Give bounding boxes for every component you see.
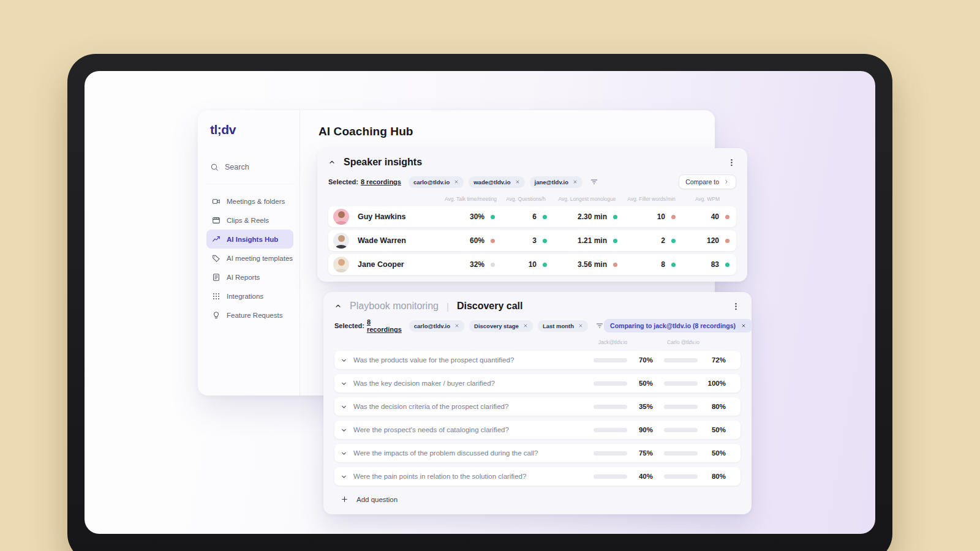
collapse-chevron-up-icon[interactable] (334, 302, 342, 310)
close-icon[interactable] (523, 323, 528, 328)
avatar (333, 233, 349, 249)
compare-to-button[interactable]: Compare to (679, 174, 736, 189)
close-icon[interactable] (573, 179, 578, 184)
sidebar-item-clips-reels[interactable]: Clips & Reels (206, 211, 293, 230)
close-icon[interactable] (741, 323, 746, 328)
filter-icon[interactable] (590, 178, 598, 186)
expand-chevron-down-icon[interactable] (341, 380, 347, 387)
selected-recordings-link[interactable]: 8 recordings (367, 318, 402, 333)
sidebar-item-ai-insights-hub[interactable]: AI Insights Hub (206, 230, 293, 249)
question-row[interactable]: Was the decision criteria of the prospec… (334, 397, 741, 416)
add-question-button[interactable]: Add question (334, 492, 741, 507)
score-percent: 50% (703, 449, 726, 457)
column-header-carlo-tldv-io: Carlo @tldv.io (666, 339, 700, 345)
score-percent: 80% (703, 473, 726, 480)
close-icon[interactable] (578, 323, 583, 328)
status-dot (613, 239, 617, 243)
score-percent: 35% (632, 403, 653, 410)
spacer (630, 339, 655, 345)
device-frame: tl;dv Search Meetings & foldersClips & R… (67, 54, 892, 551)
sidebar: tl;dv Search Meetings & foldersClips & R… (198, 110, 300, 395)
spacer (700, 339, 726, 345)
question-row[interactable]: Were the pain points in relation to the … (334, 467, 741, 485)
filter-icon[interactable] (595, 321, 604, 330)
question-row[interactable]: Were the impacts of the problem discusse… (334, 444, 741, 462)
question-row[interactable]: Were the prospect's needs of cataloging … (334, 421, 741, 439)
speaker-insights-title: Speaker insights (344, 157, 422, 168)
search-button[interactable]: Search (210, 163, 291, 171)
filter-chip-last-month: Last month (538, 320, 588, 332)
playbook-question-rows: Was the products value for the prospect … (334, 351, 741, 485)
progress-bar (594, 428, 627, 432)
sidebar-item-ai-reports[interactable]: AI Reports (206, 268, 293, 287)
sidebar-item-feature-requests[interactable]: Feature Requests (206, 305, 293, 324)
expand-chevron-down-icon[interactable] (341, 450, 347, 457)
column-header-group: Jack@tldv.io (596, 339, 655, 345)
score-percent: 80% (703, 403, 726, 410)
video-camera-icon (212, 197, 221, 206)
question-text: Was the key decision maker / buyer clari… (353, 380, 594, 387)
playbook-card: Playbook monitoring | Discovery call Sel… (323, 292, 752, 514)
score-group: 40% (594, 473, 653, 480)
kebab-menu-icon[interactable] (727, 158, 736, 167)
score-group: 90% (594, 426, 653, 433)
status-dot (613, 215, 617, 219)
sidebar-item-ai-meeting-templates[interactable]: AI meeting templates (206, 249, 293, 268)
expand-chevron-down-icon[interactable] (341, 403, 347, 410)
metric-value: 40 (711, 212, 719, 221)
progress-bar (594, 381, 627, 386)
metric-cell: 10 (505, 260, 557, 269)
chip-label: Last month (543, 323, 574, 329)
speaker-name: Guy Hawkins (358, 212, 447, 221)
speaker-name: Wade Warren (358, 236, 447, 245)
avatar (333, 257, 349, 272)
plus-icon (341, 495, 349, 503)
progress-bar (664, 428, 698, 432)
playbook-filters-row: Selected: 8 recordings carlo@tldv.ioDisc… (334, 318, 741, 333)
sidebar-item-label: Clips & Reels (227, 217, 269, 224)
question-row[interactable]: Was the products value for the prospect … (334, 351, 741, 369)
metric-cell: 60% (447, 236, 505, 245)
sidebar-item-meetings-folders[interactable]: Meetings & folders (206, 192, 293, 211)
kebab-menu-icon[interactable] (731, 302, 741, 311)
collapse-chevron-up-icon[interactable] (328, 159, 336, 166)
metric-value: 3 (532, 236, 537, 245)
score-percent: 72% (703, 356, 726, 364)
close-icon[interactable] (515, 179, 520, 184)
progress-bar (594, 405, 627, 409)
metric-value: 3.56 min (578, 260, 607, 269)
progress-bar (664, 451, 698, 455)
score-group: 35% (594, 403, 653, 410)
chip-label: carlo@tldv.io (413, 179, 450, 186)
score-percent: 90% (632, 426, 653, 433)
question-row[interactable]: Was the key decision maker / buyer clari… (334, 374, 741, 392)
metric-cell: 8 (627, 260, 685, 269)
selected-recordings-link[interactable]: 8 recordings (361, 178, 401, 186)
speaker-row-jane-cooper[interactable]: Jane Cooper32%103.56 min883 (328, 254, 736, 275)
close-icon[interactable] (454, 323, 459, 328)
chip-label: jane@tldv.io (535, 179, 569, 186)
filter-chip-carlo-tldv-io: carlo@tldv.io (409, 176, 464, 188)
metric-cell: 3 (505, 236, 557, 245)
close-icon[interactable] (454, 179, 459, 184)
metric-cell: 10 (627, 212, 685, 221)
speaker-row-wade-warren[interactable]: Wade Warren60%31.21 min2120 (328, 230, 736, 251)
score-percent: 40% (632, 473, 653, 480)
score-percent: 50% (632, 380, 653, 387)
expand-chevron-down-icon[interactable] (341, 357, 347, 364)
sidebar-item-integrations[interactable]: Integrations (206, 287, 293, 305)
discovery-call-title: Discovery call (457, 301, 523, 312)
report-doc-icon (212, 273, 221, 282)
expand-chevron-down-icon[interactable] (341, 427, 347, 433)
expand-chevron-down-icon[interactable] (341, 473, 347, 480)
search-label: Search (225, 163, 249, 171)
sidebar-nav: Meetings & foldersClips & ReelsAI Insigh… (206, 184, 293, 324)
question-text: Were the pain points in relation to the … (353, 473, 594, 480)
score-group: 75% (594, 449, 653, 457)
metric-value: 120 (707, 236, 719, 245)
avatar (333, 209, 349, 225)
score-group: 80% (664, 403, 726, 410)
speaker-column-headers: Avg. Talk time/meetingAvg. Questions/hAv… (328, 195, 736, 203)
metric-cell: 6 (505, 212, 557, 221)
speaker-row-guy-hawkins[interactable]: Guy Hawkins30%62.30 min1040 (328, 206, 736, 227)
